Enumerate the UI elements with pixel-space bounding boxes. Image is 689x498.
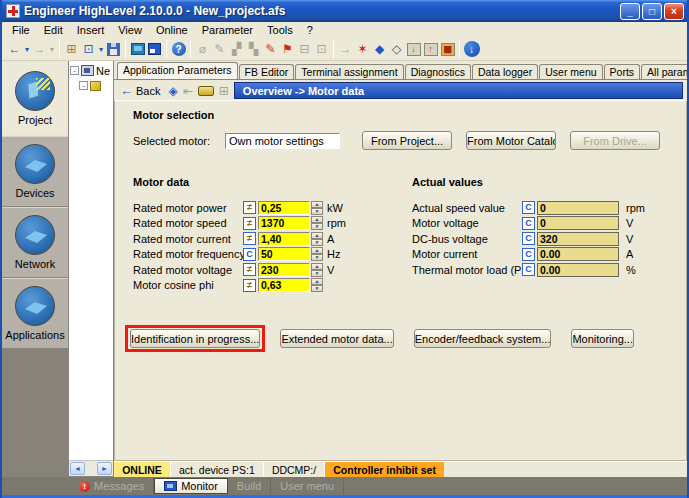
logout-icon[interactable]: ◇: [388, 40, 405, 58]
go-online-icon[interactable]: ✶: [354, 40, 371, 58]
spin-up-icon: ▲: [311, 278, 323, 285]
unit-label: V: [626, 233, 633, 245]
download-parameters-icon[interactable]: ↓: [405, 40, 422, 58]
menu-edit[interactable]: Edit: [37, 23, 70, 37]
quantity-stepper[interactable]: ▲▼: [311, 216, 323, 230]
device-node-icon: [90, 81, 101, 91]
tab-all-parameters[interactable]: All parameters: [641, 64, 689, 79]
select-tool-icon[interactable]: ▞: [228, 40, 245, 58]
apply-icon[interactable]: →: [337, 40, 354, 58]
scroll-left-icon[interactable]: ◄: [70, 462, 85, 475]
back-button[interactable]: ← Back: [117, 83, 163, 98]
diff-indicator-icon: ≠: [243, 279, 256, 292]
tab-build[interactable]: Build: [228, 478, 271, 494]
tab-user-menu-bottom[interactable]: User menu: [271, 478, 344, 494]
action-button-row: Identification in progress... Extended m…: [115, 325, 686, 352]
menu-insert[interactable]: Insert: [70, 23, 112, 37]
insert-flag-icon[interactable]: ⚑: [279, 40, 296, 58]
actual-values-heading: Actual values: [412, 176, 686, 188]
tab-ports[interactable]: Ports: [604, 64, 641, 79]
tab-diagnostics[interactable]: Diagnostics: [405, 64, 471, 79]
back-dropdown-icon[interactable]: ▾: [23, 40, 31, 58]
tab-application-parameters[interactable]: Application Parameters: [117, 62, 238, 79]
parameter-label: Actual speed value: [412, 202, 522, 214]
zoom-tool-icon[interactable]: ⌀: [194, 40, 211, 58]
controller-indicator-icon: C: [522, 263, 535, 276]
edit-online-icon[interactable]: ✎: [262, 40, 279, 58]
from-motor-catalogue-button[interactable]: From Motor Catalogue...: [466, 131, 556, 150]
quantity-stepper[interactable]: ▲▼: [311, 263, 323, 277]
probe-tool-icon[interactable]: ▚: [245, 40, 262, 58]
open-dropdown-icon[interactable]: ▾: [97, 40, 105, 58]
scroll-right-icon[interactable]: ►: [97, 462, 112, 475]
menu-tools[interactable]: Tools: [260, 23, 300, 37]
connect-icon[interactable]: ↓: [463, 40, 480, 58]
unit-label: V: [626, 217, 633, 229]
parameter-label: Rated motor power: [133, 202, 243, 214]
upload-parameters-icon[interactable]: ↑: [422, 40, 439, 58]
new-project-icon[interactable]: ⊞: [63, 40, 80, 58]
tree-root-node[interactable]: - Ne: [70, 63, 113, 78]
sidebar-item-network[interactable]: Network: [2, 207, 68, 278]
menu-parameter[interactable]: Parameter: [195, 23, 260, 37]
return-view-icon[interactable]: ⇤: [183, 84, 193, 98]
sidebar-item-project[interactable]: Project: [2, 61, 68, 135]
tab-messages[interactable]: ! Messages: [70, 478, 154, 494]
quantity-stepper[interactable]: ▲▼: [311, 232, 323, 246]
collapse-icon[interactable]: -: [79, 81, 88, 90]
quantity-stepper[interactable]: ▲▼: [311, 201, 323, 215]
tab-terminal-assignment[interactable]: Terminal assignment: [295, 64, 403, 79]
keyboard-icon[interactable]: [198, 86, 214, 96]
menu-help[interactable]: ?: [300, 23, 320, 37]
menu-file[interactable]: File: [5, 23, 37, 37]
menu-online[interactable]: Online: [149, 23, 195, 37]
from-project-button[interactable]: From Project...: [362, 131, 452, 150]
detach-window-icon[interactable]: ⊞: [219, 84, 229, 98]
tree-child-node[interactable]: -: [70, 78, 113, 93]
quantity-stepper[interactable]: ▲▼: [311, 247, 323, 261]
sidebar-item-applications[interactable]: Applications: [2, 278, 68, 349]
selected-motor-field[interactable]: [225, 133, 340, 149]
forward-arrow-icon[interactable]: →: [31, 40, 48, 58]
tab-data-logger[interactable]: Data logger: [472, 64, 538, 79]
open-project-icon[interactable]: ⊡: [80, 40, 97, 58]
back-arrow-icon[interactable]: ←: [6, 40, 23, 58]
minimize-button[interactable]: _: [620, 3, 640, 20]
unit-label: rpm: [626, 202, 645, 214]
monitor-window-icon[interactable]: [129, 40, 146, 58]
workspace-panel-icon[interactable]: [146, 40, 163, 58]
spin-up-icon: ▲: [311, 247, 323, 254]
save-icon[interactable]: [105, 40, 122, 58]
identification-button[interactable]: Identification in progress...: [130, 329, 260, 348]
rated-motor-speed-field[interactable]: [258, 216, 310, 230]
motor-cosine-phi-field[interactable]: [258, 278, 310, 292]
rated-motor-current-field[interactable]: [258, 232, 310, 246]
encoder-feedback-button[interactable]: Encoder/feedback system...: [414, 329, 552, 348]
cascade-windows-icon[interactable]: ⊡: [313, 40, 330, 58]
monitoring-button[interactable]: Monitoring...: [571, 329, 634, 348]
tile-windows-icon[interactable]: ⊟: [296, 40, 313, 58]
login-icon[interactable]: ◆: [371, 40, 388, 58]
maximize-button[interactable]: □: [642, 3, 662, 20]
rated-motor-frequency-field[interactable]: [258, 247, 310, 261]
toolbar-separator: [59, 40, 60, 58]
tree-horizontal-scrollbar[interactable]: ◄ ►: [69, 460, 113, 476]
tab-fb-editor[interactable]: FB Editor: [239, 64, 295, 79]
tab-user-menu[interactable]: User menu: [539, 64, 602, 79]
close-button[interactable]: ×: [664, 3, 684, 20]
collapse-icon[interactable]: -: [70, 66, 79, 75]
parameter-label: Motor voltage: [412, 217, 522, 229]
navigate-diamond-icon[interactable]: ◈: [168, 84, 177, 98]
extended-motor-data-button[interactable]: Extended motor data...: [280, 329, 393, 348]
quantity-stepper[interactable]: ▲▼: [311, 278, 323, 292]
transfer-window-icon[interactable]: ▦: [439, 40, 456, 58]
pen-tool-icon[interactable]: ✎: [211, 40, 228, 58]
help-icon[interactable]: ?: [170, 40, 187, 58]
rated-motor-power-field[interactable]: [258, 201, 310, 215]
rated-motor-voltage-field[interactable]: [258, 263, 310, 277]
tab-monitor[interactable]: Monitor: [154, 478, 228, 494]
menu-view[interactable]: View: [111, 23, 149, 37]
sidebar-item-devices[interactable]: Devices: [2, 136, 68, 207]
forward-dropdown-icon[interactable]: ▾: [48, 40, 56, 58]
menu-bar: File Edit Insert View Online Parameter T…: [2, 22, 687, 38]
